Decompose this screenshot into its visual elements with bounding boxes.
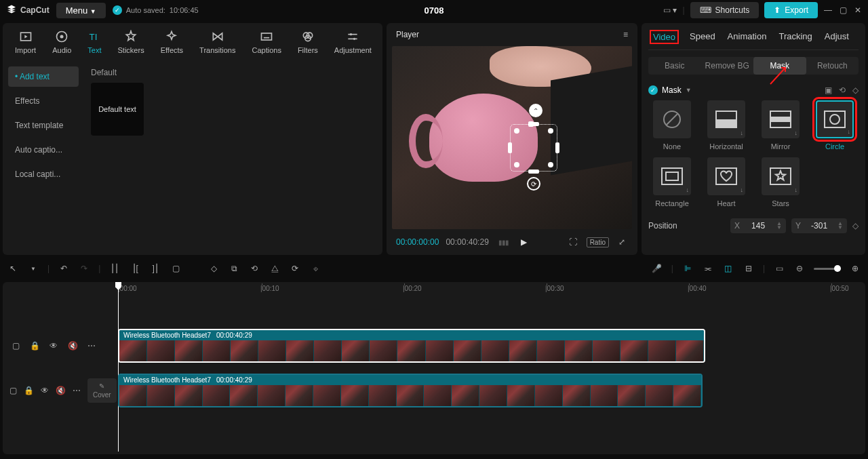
trim-right-icon[interactable]: ]⎮ — [149, 264, 161, 273]
tab-filters[interactable]: Filters — [292, 27, 323, 57]
position-x-input[interactable]: X 145 ▲▼ — [730, 218, 786, 233]
sidebar-item-effects[interactable]: Effects — [8, 91, 79, 111]
link-icon[interactable]: ⫘ — [702, 264, 714, 273]
rotate-tool-icon[interactable]: ⟳ — [289, 264, 301, 273]
mask-horizontal[interactable]: ↓ Horizontal — [703, 100, 750, 151]
select-tool-icon[interactable]: ↖ — [7, 264, 19, 273]
subtab-basic[interactable]: Basic — [648, 57, 701, 75]
maximize-button[interactable]: ▢ — [838, 5, 848, 15]
track1-more-icon[interactable]: ⋯ — [85, 341, 98, 351]
clip-1[interactable]: Wireless Bluetooth Headset700:00:40:29 — [118, 329, 705, 363]
sidebar-item-text-template[interactable]: Text template — [8, 115, 79, 136]
svg-line-14 — [667, 114, 677, 125]
layout-icon[interactable]: ▭ ▾ — [663, 5, 677, 15]
mask-reset-icon[interactable]: ⟲ — [839, 85, 846, 95]
rtab-animation[interactable]: Animation — [728, 31, 767, 43]
tab-text[interactable]: TIText — [82, 27, 106, 57]
mic-icon[interactable]: 🎤 — [651, 264, 663, 273]
mask-heart[interactable]: ↓ Heart — [703, 157, 750, 207]
svg-rect-4 — [262, 33, 272, 40]
svg-point-20 — [830, 115, 840, 124]
crop-icon[interactable]: ⟐ — [309, 264, 321, 273]
track2-collapse-icon[interactable]: ▢ — [9, 386, 17, 395]
zoom-in-icon[interactable]: ⊕ — [849, 264, 861, 273]
select-dropdown-icon[interactable]: ▼ — [27, 266, 39, 272]
track2-lock-icon[interactable]: 🔒 — [24, 386, 34, 395]
preview-icon[interactable]: ▭ — [773, 264, 785, 273]
step-back-icon[interactable]: ▮▮▮ — [496, 237, 511, 247]
text-preset-default[interactable]: Default text — [91, 83, 144, 136]
clip-2[interactable]: Wireless Bluetooth Headset700:00:40:29 — [118, 374, 703, 407]
play-button[interactable]: ▶ — [518, 236, 530, 248]
fullscreen-icon[interactable]: ⤢ — [616, 236, 628, 248]
player-menu-icon[interactable]: ≡ — [623, 30, 628, 39]
mask-circle[interactable]: ↓ Circle — [811, 100, 859, 151]
minimize-button[interactable]: — — [823, 5, 833, 15]
svg-text:TI: TI — [90, 32, 98, 42]
zoom-slider[interactable] — [814, 268, 841, 270]
menu-button[interactable]: Menu ▼ — [56, 3, 106, 18]
track2-eye-icon[interactable]: 👁 — [41, 386, 49, 395]
marker-icon[interactable]: ◇ — [208, 264, 220, 273]
collapse-icon[interactable]: ⌃ — [529, 104, 542, 117]
align-icon[interactable]: ⊟ — [743, 264, 755, 273]
track1-mute-icon[interactable]: 🔇 — [66, 341, 79, 351]
track1-lock-icon[interactable]: 🔒 — [28, 341, 41, 351]
ratio-button[interactable]: Ratio — [587, 237, 609, 247]
mirror-tool-icon[interactable]: ⧋ — [269, 264, 281, 273]
mask-none[interactable]: None — [648, 100, 696, 151]
pencil-icon: ✎ — [99, 382, 104, 390]
position-keyframe-icon[interactable]: ◇ — [852, 221, 859, 231]
close-button[interactable]: ✕ — [853, 5, 863, 15]
track2-mute-icon[interactable]: 🔇 — [56, 386, 66, 395]
cover-button[interactable]: ✎ Cover — [87, 378, 117, 403]
tab-adjustment[interactable]: Adjustment — [329, 27, 377, 57]
subtab-retouch[interactable]: Retouch — [806, 57, 859, 75]
subtab-mask[interactable]: Mask — [753, 57, 806, 75]
magnet-on-icon[interactable]: ⊫ — [682, 264, 694, 273]
playhead[interactable] — [118, 282, 119, 452]
timeline-ruler[interactable]: |00:00 |00:10 |00:20 |00:30 |00:40 |00:5… — [118, 282, 865, 296]
rtab-adjust[interactable]: Adjust — [825, 31, 849, 43]
shortcuts-button[interactable]: ⌨ Shortcuts — [690, 2, 760, 18]
track2-more-icon[interactable]: ⋯ — [73, 386, 81, 395]
tab-transitions[interactable]: Transitions — [194, 27, 241, 57]
video-canvas[interactable]: ⌃ ⟳ — [392, 46, 632, 229]
focus-icon[interactable]: ⛶ — [566, 236, 580, 248]
reverse-icon[interactable]: ⟲ — [248, 264, 260, 273]
tab-import[interactable]: Import — [9, 27, 41, 57]
delete-icon[interactable]: ▢ — [170, 264, 182, 273]
mask-selection-overlay[interactable]: ⌃ ⟳ — [510, 124, 557, 172]
mask-rectangle[interactable]: ↓ Rectangle — [648, 157, 696, 207]
rtab-tracking[interactable]: Tracking — [778, 31, 812, 43]
keyboard-icon: ⌨ — [700, 5, 711, 15]
tab-effects[interactable]: Effects — [155, 27, 189, 57]
track1-collapse-icon[interactable]: ▢ — [9, 341, 22, 351]
mask-mirror[interactable]: ↓ Mirror — [757, 100, 804, 151]
tab-audio[interactable]: Audio — [47, 27, 77, 57]
export-icon: ⬆ — [774, 5, 781, 15]
trim-left-icon[interactable]: ⎮[ — [129, 264, 141, 273]
snap-icon[interactable]: ◫ — [722, 264, 734, 273]
sidebar-item-add-text[interactable]: • Add text — [8, 66, 79, 87]
sidebar-item-local-captions[interactable]: Local capti... — [8, 164, 79, 184]
position-y-input[interactable]: Y -301 ▲▼ — [791, 218, 847, 233]
rotate-icon[interactable]: ⟳ — [527, 177, 540, 191]
tab-captions[interactable]: Captions — [246, 27, 286, 57]
tab-stickers[interactable]: Stickers — [113, 27, 150, 57]
redo-icon[interactable]: ↷ — [78, 264, 90, 273]
split-icon[interactable]: ⎮⎮ — [108, 264, 121, 273]
mask-stars[interactable]: ↓ Stars — [757, 157, 804, 207]
undo-icon[interactable]: ↶ — [58, 264, 70, 273]
svg-point-2 — [60, 35, 64, 39]
track1-eye-icon[interactable]: 👁 — [47, 341, 60, 351]
subtab-remove-bg[interactable]: Remove BG — [701, 57, 754, 75]
copy-icon[interactable]: ⧉ — [228, 264, 240, 273]
rtab-video[interactable]: Video — [651, 31, 677, 43]
rtab-speed[interactable]: Speed — [690, 31, 715, 43]
sidebar-item-auto-captions[interactable]: Auto captio... — [8, 140, 79, 160]
export-button[interactable]: ⬆ Export — [764, 2, 818, 18]
zoom-out-icon[interactable]: ⊖ — [793, 264, 806, 273]
mask-thumb-icon[interactable]: ▣ — [825, 85, 832, 95]
mask-keyframe-icon[interactable]: ◇ — [852, 85, 859, 95]
